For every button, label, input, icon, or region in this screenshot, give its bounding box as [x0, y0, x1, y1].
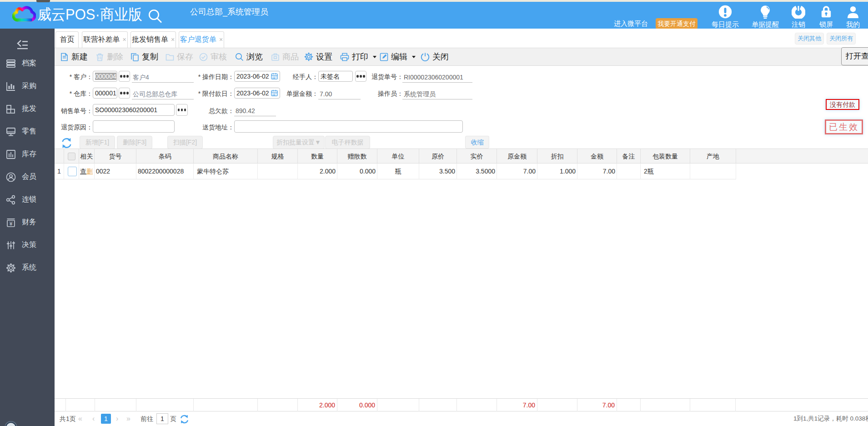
svg-text:¥: ¥ [9, 221, 13, 227]
